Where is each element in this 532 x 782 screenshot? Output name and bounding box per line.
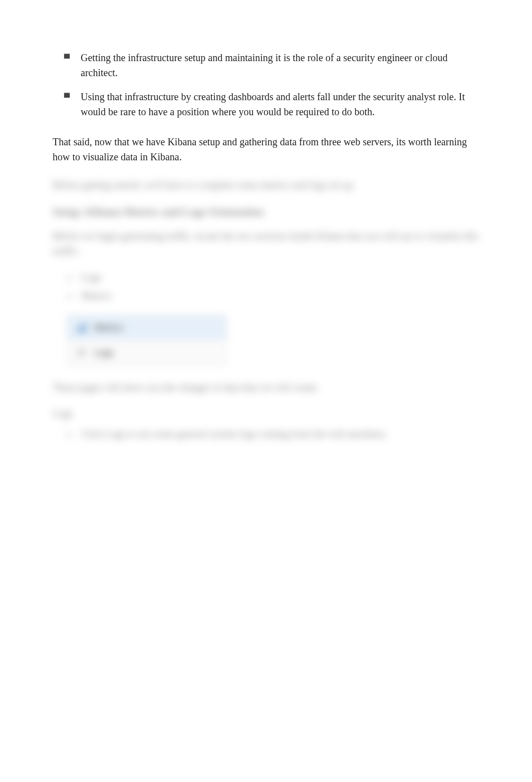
setup-item-text: Logs bbox=[81, 272, 101, 283]
logs-section-label: Logs bbox=[53, 408, 479, 419]
logs-list: ○ Click Logs to see some general system … bbox=[53, 428, 479, 440]
svg-rect-1 bbox=[81, 326, 83, 332]
setup-heading: Setup: Kibana Metrics and Logs Orientati… bbox=[53, 205, 479, 218]
svg-rect-2 bbox=[84, 324, 86, 332]
nav-item-metrics[interactable]: Metrics bbox=[67, 315, 226, 340]
logs-list-item: ○ Click Logs to see some general system … bbox=[67, 428, 479, 440]
bullet-item: ⯀ Getting the infrastructure setup and m… bbox=[53, 50, 479, 80]
bullet-text: Getting the infrastructure setup and mai… bbox=[81, 50, 479, 80]
setup-list-item: ○ Metrics bbox=[67, 290, 479, 302]
nav-item-logs[interactable]: Logs bbox=[67, 340, 226, 365]
intro-paragraph: Before getting started, we'll have to co… bbox=[53, 177, 479, 192]
nav-label-logs: Logs bbox=[94, 348, 114, 358]
bullet-text: Using that infrastructure by creating da… bbox=[81, 89, 479, 119]
setup-paragraph: Before we begin generating traffic, loca… bbox=[53, 228, 479, 258]
pages-paragraph: These pages will show you the changes in… bbox=[53, 380, 479, 395]
bullet-marker-icon: ⯀ bbox=[64, 52, 71, 60]
bullet-list: ⯀ Getting the infrastructure setup and m… bbox=[53, 50, 479, 119]
kibana-nav-panel: Metrics Logs bbox=[67, 315, 227, 366]
circle-bullet-icon: ○ bbox=[67, 291, 72, 302]
setup-item-text: Metrics bbox=[81, 290, 112, 302]
bullet-item: ⯀ Using that infrastructure by creating … bbox=[53, 89, 479, 119]
circle-bullet-icon: ○ bbox=[67, 429, 72, 440]
bullet-marker-icon: ⯀ bbox=[64, 91, 71, 99]
svg-rect-0 bbox=[78, 328, 80, 332]
logs-icon bbox=[76, 347, 87, 358]
metrics-icon bbox=[76, 322, 87, 333]
circle-bullet-icon: ○ bbox=[67, 273, 72, 283]
main-paragraph: That said, now that we have Kibana setup… bbox=[53, 134, 479, 164]
setup-list: ○ Logs ○ Metrics bbox=[53, 272, 479, 302]
setup-list-item: ○ Logs bbox=[67, 272, 479, 283]
logs-item-text: Click Logs to see some general system lo… bbox=[81, 428, 388, 440]
blurred-premium-content: Before getting started, we'll have to co… bbox=[53, 177, 479, 440]
nav-label-metrics: Metrics bbox=[94, 323, 123, 333]
